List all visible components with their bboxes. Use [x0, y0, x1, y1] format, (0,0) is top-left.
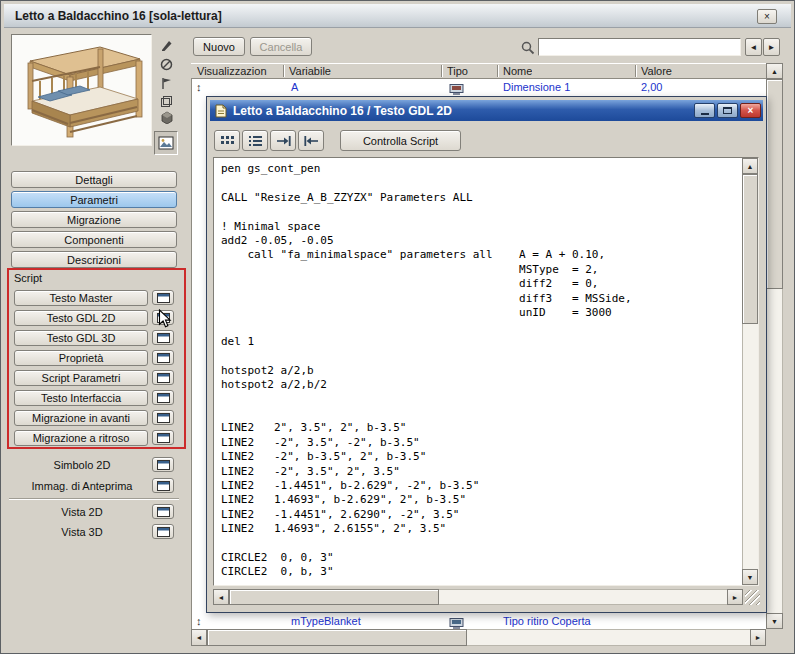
header-visualizzazione: Visualizzazion: [197, 64, 267, 79]
open-migrazione-ritroso-window-button[interactable]: [152, 430, 174, 445]
main-close-button[interactable]: ×: [757, 9, 777, 24]
controlla-script-button[interactable]: Controlla Script: [340, 130, 461, 151]
arrow-up-icon: ▲: [747, 163, 754, 170]
canopy-bed-image: [12, 35, 151, 145]
editor-maximize-button[interactable]: [717, 103, 738, 118]
arrow-right-icon: ►: [755, 634, 762, 641]
script-section-label: Script: [14, 272, 42, 284]
script-proprieta-button[interactable]: Proprietà: [14, 350, 148, 366]
script-migrazione-ritroso-button[interactable]: Migrazione a ritroso: [14, 430, 148, 446]
pen-icon: [160, 39, 173, 52]
scroll-down-button[interactable]: ▼: [766, 613, 783, 629]
open-testo-gdl-3d-window-button[interactable]: [152, 330, 174, 345]
resize-grip[interactable]: [745, 590, 760, 605]
gdl-code[interactable]: pen gs_cont_pen CALL "Resize_A_B_ZZYZX" …: [221, 162, 738, 580]
gdl-object-icon: [214, 104, 228, 118]
indent-right-icon: [276, 135, 291, 147]
simbolo-2d-label: Simbolo 2D: [15, 459, 149, 471]
table-row[interactable]: ↕ mTypeBlanket Tipo ritiro Coperta: [191, 613, 766, 630]
cancella-button[interactable]: Cancella: [250, 37, 312, 56]
nav-descrizioni-button[interactable]: Descrizioni: [11, 251, 177, 268]
table-row[interactable]: ↕ A Dimensione 1 2,00: [191, 79, 766, 96]
row-variabile: A: [291, 79, 298, 96]
open-testo-master-window-button[interactable]: [152, 290, 174, 305]
editor-titlebar[interactable]: Letto a Baldacchino 16 / Testo GDL 2D ×: [210, 100, 763, 121]
row-nome: Tipo ritiro Coperta: [503, 613, 591, 630]
script-testo-gdl-3d-button[interactable]: Testo GDL 3D: [14, 330, 148, 346]
pen-tool-button[interactable]: [156, 37, 176, 54]
main-window-title: Letto a Baldacchino 16 [sola-lettura]: [15, 9, 222, 23]
editor-scroll-down-button[interactable]: ▼: [742, 569, 758, 585]
main-window: Letto a Baldacchino 16 [sola-lettura] ×: [0, 0, 795, 654]
flag-tool-button[interactable]: [156, 75, 176, 92]
minimize-icon: [701, 113, 709, 115]
main-titlebar[interactable]: Letto a Baldacchino 16 [sola-lettura]: [4, 4, 791, 28]
script-migrazione-avanti-button[interactable]: Migrazione in avanti: [14, 410, 148, 426]
vertical-scroll-thumb[interactable]: [766, 79, 783, 289]
open-vista-2d-window-button[interactable]: [152, 504, 174, 519]
script-testo-gdl-2d-button[interactable]: Testo GDL 2D: [14, 310, 148, 326]
preview-mode-button[interactable]: [154, 131, 178, 155]
open-testo-gdl-2d-window-button[interactable]: [152, 310, 174, 325]
open-migrazione-avanti-window-button[interactable]: [152, 410, 174, 425]
nuovo-button[interactable]: Nuovo: [193, 37, 245, 56]
jump-next-button[interactable]: [270, 130, 296, 151]
param-table-header: Visualizzazion Variabile Tipo Nome Valor…: [191, 63, 766, 79]
search-icon: [521, 41, 535, 59]
open-proprieta-window-button[interactable]: [152, 350, 174, 365]
arrow-up-icon: ▲: [771, 68, 778, 75]
scroll-right-button[interactable]: ►: [750, 629, 766, 646]
row-valore: 2,00: [641, 79, 662, 96]
window-icon: [157, 433, 170, 443]
close-icon: ×: [764, 11, 770, 22]
vista-2d-label: Vista 2D: [15, 506, 149, 518]
arrow-left-icon: ◄: [750, 43, 758, 52]
code-editor[interactable]: pen gs_cont_pen CALL "Resize_A_B_ZZYZX" …: [213, 157, 759, 586]
scroll-left-button[interactable]: ◄: [191, 629, 207, 646]
subroutine-list-button[interactable]: [242, 130, 268, 151]
editor-minimize-button[interactable]: [694, 103, 715, 118]
scroll-up-button[interactable]: ▲: [766, 63, 783, 79]
script-parametri-button[interactable]: Script Parametri: [14, 370, 148, 386]
arrow-down-icon: ▼: [747, 574, 754, 581]
open-vista-3d-window-button[interactable]: [152, 524, 174, 539]
row-reorder-icon[interactable]: ↕: [196, 79, 202, 96]
row-reorder-icon[interactable]: ↕: [196, 613, 202, 630]
find-next-button[interactable]: ►: [763, 38, 780, 56]
window-icon: [157, 393, 170, 403]
script-testo-master-button[interactable]: Testo Master: [14, 290, 148, 306]
open-interfaccia-window-button[interactable]: [152, 390, 174, 405]
editor-close-button[interactable]: ×: [740, 103, 761, 118]
solid-cube-tool-button[interactable]: [156, 109, 176, 126]
wire-cube-tool-button[interactable]: [156, 93, 176, 110]
script-interfaccia-button[interactable]: Testo Interfaccia: [14, 390, 148, 406]
window-icon: [157, 481, 170, 491]
open-simbolo-2d-window-button[interactable]: [152, 457, 174, 472]
list-icon: [248, 135, 263, 147]
nav-parametri-button[interactable]: Parametri: [11, 191, 177, 208]
window-icon: [157, 353, 170, 363]
window-icon: [157, 313, 170, 323]
find-previous-button[interactable]: ◄: [745, 38, 762, 56]
cube-outline-icon: [160, 95, 173, 108]
header-tipo: Tipo: [447, 64, 468, 79]
editor-scroll-left-button[interactable]: ◄: [213, 589, 229, 605]
flag-icon: [160, 77, 173, 90]
nav-componenti-button[interactable]: Componenti: [11, 231, 177, 248]
parameter-list-button[interactable]: [214, 130, 240, 151]
horizontal-scroll-thumb[interactable]: [207, 629, 467, 646]
editor-horizontal-scroll-thumb[interactable]: [229, 589, 439, 605]
cube-icon: [160, 111, 173, 124]
editor-vertical-scroll-thumb[interactable]: [742, 174, 758, 324]
search-input[interactable]: [538, 38, 741, 56]
open-anteprima-window-button[interactable]: [152, 478, 174, 493]
nav-migrazione-button[interactable]: Migrazione: [11, 211, 177, 228]
jump-previous-button[interactable]: [298, 130, 324, 151]
editor-scroll-up-button[interactable]: ▲: [742, 158, 758, 174]
no-entry-tool-button[interactable]: [156, 56, 176, 73]
open-script-parametri-window-button[interactable]: [152, 370, 174, 385]
nav-dettagli-button[interactable]: Dettagli: [11, 171, 177, 188]
scrollbar-corner: [766, 629, 783, 646]
editor-scroll-right-button[interactable]: ►: [727, 589, 743, 605]
arrow-left-icon: ◄: [218, 594, 225, 601]
